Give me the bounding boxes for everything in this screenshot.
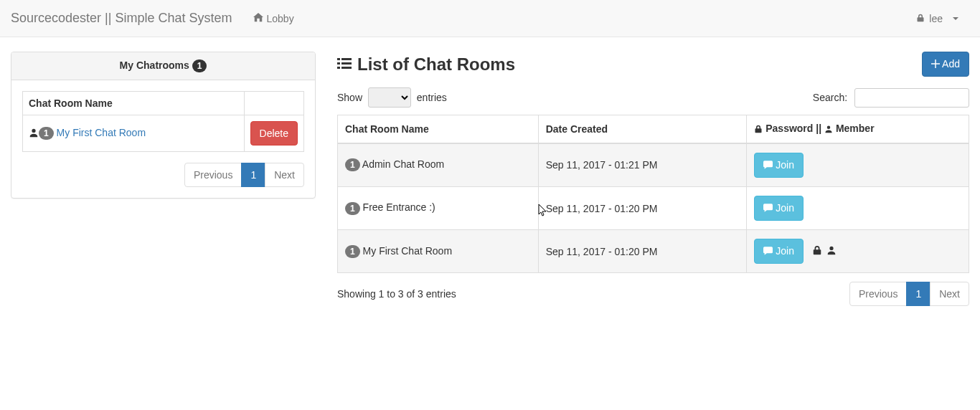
member-count-badge: 1 [39, 127, 54, 140]
member-count-badge: 1 [345, 245, 360, 258]
my-chatrooms-title: My Chatrooms [120, 59, 189, 71]
my-prev-button[interactable]: Previous [184, 163, 242, 187]
chat-icon [763, 158, 773, 173]
list-heading: List of Chat Rooms [337, 54, 515, 75]
caret-down-icon [953, 17, 958, 20]
chat-icon [763, 244, 773, 259]
list-icon [337, 54, 352, 75]
rooms-page-1[interactable]: 1 [906, 282, 930, 306]
navbar: Sourcecodester || Simple Chat System Lob… [0, 0, 980, 37]
join-label: Join [776, 202, 794, 214]
my-next-button[interactable]: Next [265, 163, 304, 187]
col-date[interactable]: Date Created [538, 115, 747, 143]
col-pw-label: Password || [765, 123, 821, 134]
show-suffix: entries [417, 92, 447, 103]
my-chatrooms-panel: My Chatrooms 1 Chat Room Name 1 My First… [11, 52, 316, 199]
member-count-badge: 1 [345, 202, 360, 215]
plus-icon [931, 57, 940, 72]
rooms-next-button[interactable]: Next [930, 282, 969, 306]
table-row: 1 Admin Chat Room Sep 11, 2017 - 01:21 P… [338, 143, 969, 187]
join-label: Join [776, 245, 794, 257]
room-date: Sep 11, 2017 - 01:20 PM [538, 186, 747, 229]
svg-rect-4 [337, 67, 340, 69]
user-icon [826, 245, 837, 257]
search-label: Search: [813, 92, 847, 103]
list-title: List of Chat Rooms [357, 54, 515, 75]
col-name[interactable]: Chat Room Name [338, 115, 539, 143]
username-label: lee [929, 13, 943, 24]
svg-rect-2 [337, 62, 340, 65]
col-actions [244, 92, 303, 115]
add-label: Add [942, 58, 960, 70]
join-button[interactable]: Join [754, 196, 804, 221]
table-row: 1 Free Entrance :) Sep 11, 2017 - 01:20 … [338, 186, 969, 229]
svg-rect-1 [341, 58, 352, 60]
room-link[interactable]: My First Chat Room [57, 127, 146, 138]
member-count-badge: 1 [345, 158, 360, 171]
lock-icon [812, 245, 822, 257]
user-icon [29, 128, 39, 140]
add-button[interactable]: Add [922, 52, 969, 77]
col-actions[interactable]: Password || Member [747, 115, 969, 143]
join-button[interactable]: Join [754, 153, 804, 178]
my-chatrooms-pagination: Previous 1 Next [22, 163, 304, 187]
svg-rect-0 [337, 58, 340, 60]
join-label: Join [776, 159, 794, 171]
delete-button[interactable]: Delete [250, 121, 298, 146]
room-name: My First Chat Room [363, 245, 452, 257]
rooms-pagination: Previous 1 Next [849, 282, 969, 306]
search-control: Search: [813, 88, 969, 108]
length-select[interactable] [368, 87, 411, 108]
rooms-table: Chat Room Name Date Created Password || … [337, 115, 969, 273]
lock-icon [754, 124, 763, 135]
my-page-1[interactable]: 1 [241, 163, 265, 187]
room-name: Free Entrance :) [363, 201, 435, 213]
svg-rect-3 [341, 62, 352, 65]
user-menu[interactable]: lee [905, 2, 969, 35]
show-prefix: Show [337, 92, 362, 103]
brand-link[interactable]: Sourcecodester || Simple Chat System [11, 0, 242, 37]
home-icon [253, 12, 263, 24]
length-control: Show entries [337, 87, 447, 108]
lock-icon [916, 13, 925, 24]
lobby-label: Lobby [266, 13, 293, 24]
join-button[interactable]: Join [754, 239, 804, 264]
my-chatrooms-table: Chat Room Name 1 My First Chat Room Dele… [22, 91, 304, 152]
col-member-label: Member [836, 123, 875, 134]
my-chatrooms-count-badge: 1 [192, 59, 207, 72]
rooms-prev-button[interactable]: Previous [849, 282, 907, 306]
room-name: Admin Chat Room [362, 158, 444, 170]
search-input[interactable] [854, 88, 969, 108]
lobby-link[interactable]: Lobby [242, 1, 304, 35]
room-date: Sep 11, 2017 - 01:20 PM [538, 230, 747, 273]
svg-rect-5 [341, 67, 352, 69]
table-row: 1 My First Chat Room Sep 11, 2017 - 01:2… [338, 230, 969, 273]
user-icon [824, 124, 833, 135]
room-date: Sep 11, 2017 - 01:21 PM [538, 143, 747, 187]
my-chatrooms-heading: My Chatrooms 1 [11, 52, 315, 80]
table-row: 1 My First Chat Room Delete [23, 115, 304, 152]
table-info: Showing 1 to 3 of 3 entries [337, 288, 456, 300]
col-room-name: Chat Room Name [23, 92, 245, 115]
chat-icon [763, 201, 773, 216]
